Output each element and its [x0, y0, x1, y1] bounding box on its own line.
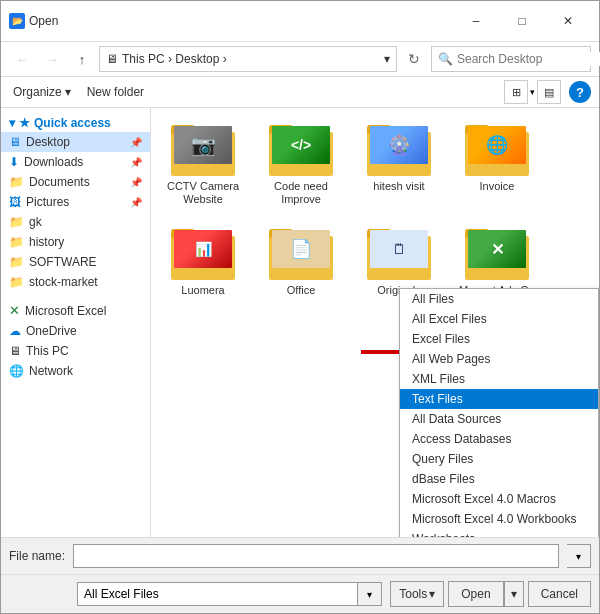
back-button[interactable]: ← — [9, 46, 35, 72]
quick-access-star-icon: ★ — [19, 116, 30, 130]
list-item[interactable]: 📊 Luomera — [159, 220, 247, 314]
sidebar-item-pictures[interactable]: 🖼 Pictures 📌 — [1, 192, 150, 212]
folder-thumb: 🗒 — [367, 228, 431, 280]
sidebar-item-onedrive[interactable]: ☁ OneDrive — [1, 321, 150, 341]
minimize-button[interactable]: – — [453, 7, 499, 35]
title-bar: 📂 Open – □ ✕ — [1, 1, 599, 42]
dialog-title: Open — [29, 14, 58, 28]
quick-access-chevron-icon: ▾ — [9, 116, 15, 130]
folder-thumbnail: 📄 — [272, 230, 330, 268]
downloads-icon: ⬇ — [9, 155, 19, 169]
pictures-icon: 🖼 — [9, 195, 21, 209]
dropdown-item-excel4-macros[interactable]: Microsoft Excel 4.0 Macros — [400, 489, 598, 509]
new-folder-button[interactable]: New folder — [83, 80, 148, 104]
folder-icon-wrapper: 🗒 — [364, 224, 434, 284]
luomera-thumb: 📊 — [174, 230, 232, 268]
title-bar-controls: – □ ✕ — [453, 7, 591, 35]
code-thumb: </> — [272, 126, 330, 164]
dropdown-item-worksheets[interactable]: Worksheets — [400, 529, 598, 537]
view-toggle-button[interactable]: ⊞ — [504, 80, 528, 104]
list-item[interactable]: 🌐 Invoice — [453, 116, 541, 210]
file-name: Invoice — [480, 180, 515, 193]
sidebar-item-documents[interactable]: 📁 Documents 📌 — [1, 172, 150, 192]
dropdown-item-data-sources[interactable]: All Data Sources — [400, 409, 598, 429]
sidebar-item-label: Network — [29, 364, 73, 378]
filename-dropdown-button[interactable]: ▾ — [567, 544, 591, 568]
sidebar-item-network[interactable]: 🌐 Network — [1, 361, 150, 381]
organize-button[interactable]: Organize ▾ — [9, 80, 75, 104]
maximize-button[interactable]: □ — [499, 7, 545, 35]
dropdown-item-access-db[interactable]: Access Databases — [400, 429, 598, 449]
forward-button[interactable]: → — [39, 46, 65, 72]
file-type-dropdown-menu: All Files All Excel Files Excel Files Al… — [399, 288, 599, 537]
filename-bar: File name: ▾ — [1, 537, 599, 574]
file-name: Code need Improve — [261, 180, 341, 206]
stock-folder-icon: 📁 — [9, 275, 24, 289]
dropdown-item-dbase[interactable]: dBase Files — [400, 469, 598, 489]
filetype-dropdown-button[interactable]: ▾ — [358, 582, 382, 606]
refresh-button[interactable]: ↻ — [401, 46, 427, 72]
dropdown-item-xml[interactable]: XML Files — [400, 369, 598, 389]
tools-label: Tools — [399, 587, 427, 601]
list-item[interactable]: 🎡 hitesh visit — [355, 116, 443, 210]
dropdown-item-all-excel[interactable]: All Excel Files — [400, 309, 598, 329]
folder-thumb: 🌐 — [465, 124, 529, 176]
list-item[interactable]: 📷 CCTV Camera Website — [159, 116, 247, 210]
sidebar-item-desktop[interactable]: 🖥 Desktop 📌 — [1, 132, 150, 152]
tools-button[interactable]: Tools ▾ — [390, 581, 444, 607]
dropdown-item-all-files[interactable]: All Files — [400, 289, 598, 309]
sidebar-item-thispc[interactable]: 🖥 This PC — [1, 341, 150, 361]
sidebar-item-label: Downloads — [24, 155, 83, 169]
search-icon: 🔍 — [438, 52, 453, 66]
list-item[interactable]: </> Code need Improve — [257, 116, 345, 210]
filename-dropdown-wrapper: ▾ — [567, 544, 591, 568]
sidebar-item-label: Pictures — [26, 195, 69, 209]
dialog-icon: 📂 — [9, 13, 25, 29]
help-button[interactable]: ? — [569, 81, 591, 103]
pin-icon: 📌 — [130, 177, 142, 188]
search-input[interactable] — [457, 52, 600, 66]
sidebar-item-label: SOFTWARE — [29, 255, 97, 269]
sidebar-item-stock-market[interactable]: 📁 stock-market — [1, 272, 150, 292]
quick-access-header[interactable]: ▾ ★ Quick access — [1, 112, 150, 132]
folder-thumb: 📊 — [171, 228, 235, 280]
dropdown-item-excel[interactable]: Excel Files — [400, 329, 598, 349]
dropdown-item-text[interactable]: Text Files — [400, 389, 598, 409]
sidebar-item-history[interactable]: 📁 history — [1, 232, 150, 252]
folder-thumb: 🎡 — [367, 124, 431, 176]
filetype-input[interactable] — [77, 582, 358, 606]
view-dropdown-icon: ▾ — [530, 87, 535, 97]
list-item[interactable]: 📄 Office — [257, 220, 345, 314]
sidebar-item-label: Documents — [29, 175, 90, 189]
cancel-button[interactable]: Cancel — [528, 581, 591, 607]
dropdown-item-query[interactable]: Query Files — [400, 449, 598, 469]
folder-icon: 🖥 — [106, 52, 118, 66]
file-grid: 📷 CCTV Camera Website </> — [159, 116, 591, 315]
address-bar[interactable]: 🖥 This PC › Desktop › ▾ — [99, 46, 397, 72]
dropdown-item-excel4-workbooks[interactable]: Microsoft Excel 4.0 Workbooks — [400, 509, 598, 529]
close-button[interactable]: ✕ — [545, 7, 591, 35]
filetype-section: File name: ▾ — [9, 582, 382, 606]
dropdown-item-web-pages[interactable]: All Web Pages — [400, 349, 598, 369]
folder-thumbnail: ✕ — [468, 230, 526, 268]
originals-thumb: 🗒 — [370, 230, 428, 268]
open-dialog: 📂 Open – □ ✕ ← → ↑ 🖥 This PC › Desktop ›… — [0, 0, 600, 614]
nav-bar: ← → ↑ 🖥 This PC › Desktop › ▾ ↻ 🔍 — [1, 42, 599, 77]
gk-folder-icon: 📁 — [9, 215, 24, 229]
open-button[interactable]: Open — [448, 581, 503, 607]
sidebar-item-software[interactable]: 📁 SOFTWARE — [1, 252, 150, 272]
filename-input[interactable] — [73, 544, 559, 568]
search-bar[interactable]: 🔍 — [431, 46, 591, 72]
sidebar-item-excel[interactable]: ✕ Microsoft Excel — [1, 300, 150, 321]
sidebar-item-downloads[interactable]: ⬇ Downloads 📌 — [1, 152, 150, 172]
computer-icon: 🖥 — [9, 344, 21, 358]
up-button[interactable]: ↑ — [69, 46, 95, 72]
file-name: Luomera — [181, 284, 224, 297]
file-name: CCTV Camera Website — [163, 180, 243, 206]
sidebar-item-gk[interactable]: 📁 gk — [1, 212, 150, 232]
open-dropdown-button[interactable]: ▾ — [504, 581, 524, 607]
invoice-thumb: 🌐 — [468, 126, 526, 164]
folder-thumb: 📄 — [269, 228, 333, 280]
details-view-button[interactable]: ▤ — [537, 80, 561, 104]
camera-thumb: 📷 — [174, 126, 232, 164]
